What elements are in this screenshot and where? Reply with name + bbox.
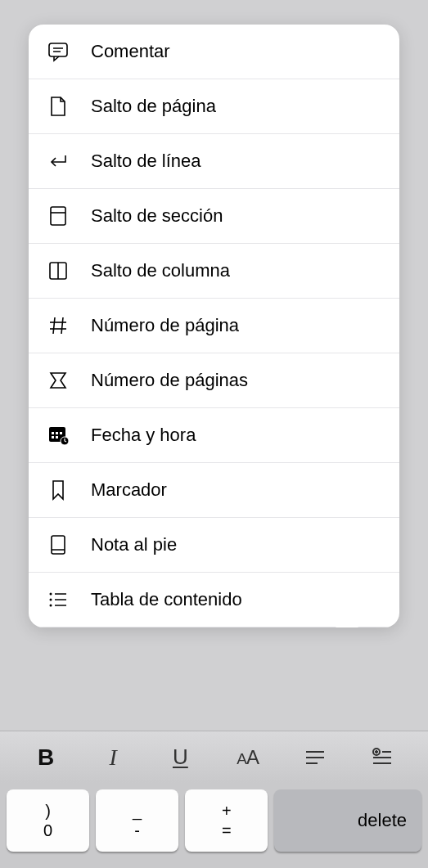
section-break-icon xyxy=(45,203,71,229)
underline-icon: U xyxy=(173,744,188,770)
menu-item-label: Marcador xyxy=(91,479,167,501)
menu-item-bookmark[interactable]: Marcador xyxy=(29,463,399,518)
menu-item-label: Fecha y hora xyxy=(91,425,196,446)
menu-item-label: Salto de sección xyxy=(91,205,223,227)
key-bottom-label: = xyxy=(222,821,232,840)
svg-rect-16 xyxy=(56,436,58,438)
key-top-label: _ xyxy=(133,801,142,821)
svg-line-8 xyxy=(61,317,63,334)
key-underscore-minus[interactable]: _ - xyxy=(96,789,178,852)
font-size-button[interactable]: AA xyxy=(228,738,268,777)
menu-item-label: Salto de página xyxy=(91,96,216,117)
menu-item-column-break[interactable]: Salto de columna xyxy=(29,244,399,299)
align-button[interactable] xyxy=(295,738,335,777)
svg-rect-15 xyxy=(52,436,54,438)
bookmark-icon xyxy=(45,477,71,503)
key-top-label: + xyxy=(222,801,232,821)
svg-rect-3 xyxy=(51,207,65,225)
menu-item-label: Número de página xyxy=(91,315,239,336)
menu-item-label: Comentar xyxy=(91,41,170,62)
menu-item-page-count[interactable]: Número de páginas xyxy=(29,353,399,408)
svg-point-22 xyxy=(50,605,52,607)
toc-icon xyxy=(45,587,71,613)
page-break-icon xyxy=(45,93,71,119)
menu-item-label: Nota al pie xyxy=(91,534,177,555)
menu-item-label: Tabla de contenido xyxy=(91,589,242,610)
column-break-icon xyxy=(45,258,71,284)
popup-tail xyxy=(336,627,358,627)
comment-icon xyxy=(45,38,71,65)
svg-rect-12 xyxy=(52,432,54,434)
menu-item-toc[interactable]: Tabla de contenido xyxy=(29,573,399,627)
datetime-icon xyxy=(45,422,71,448)
key-bottom-label: 0 xyxy=(43,821,52,840)
page-number-icon xyxy=(45,313,71,339)
svg-rect-14 xyxy=(60,432,62,434)
menu-item-line-break[interactable]: Salto de línea xyxy=(29,134,399,189)
menu-item-label: Salto de línea xyxy=(91,151,201,172)
align-icon xyxy=(303,745,327,770)
bold-icon: B xyxy=(38,744,54,771)
svg-line-7 xyxy=(53,317,55,334)
svg-point-21 xyxy=(50,599,52,601)
menu-item-section-break[interactable]: Salto de sección xyxy=(29,189,399,244)
keyboard-row: ) 0 _ - + = delete xyxy=(0,783,428,868)
key-bottom-label: - xyxy=(134,821,140,840)
insert-button[interactable] xyxy=(363,738,402,777)
svg-rect-0 xyxy=(49,43,67,56)
svg-point-20 xyxy=(50,593,52,596)
page-count-icon xyxy=(45,367,71,394)
key-plus-equals[interactable]: + = xyxy=(185,789,268,852)
menu-item-page-break[interactable]: Salto de página xyxy=(29,79,399,134)
menu-item-label: Salto de columna xyxy=(91,260,230,281)
key-paren-zero[interactable]: ) 0 xyxy=(7,789,89,852)
menu-item-comment[interactable]: Comentar xyxy=(29,25,399,79)
key-delete[interactable]: delete xyxy=(274,789,421,852)
italic-icon: I xyxy=(110,744,117,771)
underline-button[interactable]: U xyxy=(160,738,200,777)
italic-button[interactable]: I xyxy=(93,738,133,777)
insert-menu-popup: Comentar Salto de página Salto de línea … xyxy=(29,25,399,627)
svg-rect-18 xyxy=(52,536,65,554)
key-delete-label: delete xyxy=(358,810,407,831)
footnote-icon xyxy=(45,532,71,558)
popup-container: Comentar Salto de página Salto de línea … xyxy=(0,0,428,731)
svg-rect-13 xyxy=(56,432,58,434)
menu-item-datetime[interactable]: Fecha y hora xyxy=(29,408,399,463)
bold-button[interactable]: B xyxy=(26,738,65,777)
format-toolbar: B I U AA xyxy=(0,731,428,783)
line-break-icon xyxy=(45,148,71,174)
menu-item-footnote[interactable]: Nota al pie xyxy=(29,518,399,573)
menu-item-label: Número de páginas xyxy=(91,370,248,391)
insert-icon xyxy=(370,745,394,770)
key-top-label: ) xyxy=(45,801,51,821)
font-size-icon: AA xyxy=(237,746,259,769)
menu-item-page-number[interactable]: Número de página xyxy=(29,299,399,353)
